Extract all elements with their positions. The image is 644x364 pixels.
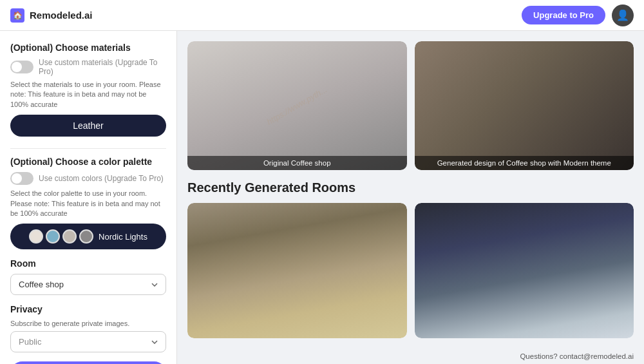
- sidebar: (Optional) Choose materials Use custom m…: [0, 31, 177, 364]
- colors-toggle-row: Use custom colors (Upgrade To Pro): [10, 172, 166, 185]
- generate-button[interactable]: Generate: [10, 361, 166, 364]
- logo: 🏠 Remodeled.ai: [10, 8, 93, 23]
- recent-image-2-wrap: [415, 203, 634, 338]
- privacy-hint: Subscribe to generate private images.: [10, 320, 166, 327]
- recent-grid: [187, 203, 634, 338]
- palette-button[interactable]: Nordic Lights: [10, 224, 166, 249]
- privacy-title: Privacy: [10, 304, 166, 314]
- recent-image-2: [415, 203, 634, 338]
- material-button[interactable]: Leather: [10, 115, 166, 137]
- header-right: Upgrade to Pro 👤: [522, 5, 634, 26]
- footer-text: Questions? contact@remodeled.ai: [520, 352, 634, 360]
- palette-color-3: [62, 229, 77, 244]
- materials-title: (Optional) Choose materials: [10, 43, 166, 53]
- generated-image-wrap: Generated design of Coffee shop with Mod…: [415, 41, 634, 170]
- recent-image-1-wrap: [187, 203, 407, 338]
- header: 🏠 Remodeled.ai Upgrade to Pro 👤: [0, 0, 644, 31]
- colors-toggle-label: Use custom colors (Upgrade To Pro): [39, 174, 164, 183]
- watermark: https://www.pyth...: [265, 84, 329, 127]
- recent-image-1: [187, 203, 407, 338]
- materials-toggle[interactable]: [10, 61, 33, 73]
- generated-image-label: Generated design of Coffee shop with Mod…: [415, 156, 634, 170]
- room-select[interactable]: Coffee shop Living Room Bedroom Kitchen …: [10, 274, 166, 295]
- colors-title: (Optional) Choose a color palette: [10, 157, 166, 167]
- materials-toggle-label: Use custom materials (Upgrade To Pro): [39, 58, 166, 76]
- logo-text: Remodeled.ai: [30, 10, 93, 21]
- content-area: https://www.pyth... Original Coffee shop…: [177, 31, 644, 364]
- materials-hint: Select the materials to use in your room…: [10, 80, 166, 110]
- avatar-icon: 👤: [616, 9, 629, 21]
- palette-color-4: [79, 229, 93, 244]
- palette-color-2: [46, 229, 60, 244]
- palette-name: Nordic Lights: [99, 232, 147, 242]
- original-image: https://www.pyth...: [187, 41, 407, 170]
- room-title: Room: [10, 258, 166, 269]
- materials-toggle-row: Use custom materials (Upgrade To Pro): [10, 58, 166, 76]
- main-layout: (Optional) Choose materials Use custom m…: [0, 31, 644, 364]
- privacy-select[interactable]: Public Private: [10, 331, 166, 352]
- divider-1: [10, 148, 166, 149]
- logo-icon: 🏠: [10, 8, 24, 23]
- original-image-wrap: https://www.pyth... Original Coffee shop: [187, 41, 407, 170]
- footer: Questions? contact@remodeled.ai: [509, 349, 644, 364]
- colors-hint: Select the color palette to use in your …: [10, 189, 166, 218]
- colors-toggle[interactable]: [10, 172, 33, 185]
- top-images-row: https://www.pyth... Original Coffee shop…: [187, 41, 634, 170]
- avatar-button[interactable]: 👤: [612, 5, 634, 26]
- upgrade-button[interactable]: Upgrade to Pro: [522, 6, 605, 24]
- recent-title: Recently Generated Rooms: [187, 180, 634, 195]
- generated-image: [415, 41, 634, 170]
- original-image-label: Original Coffee shop: [187, 156, 407, 170]
- palette-color-1: [29, 229, 43, 244]
